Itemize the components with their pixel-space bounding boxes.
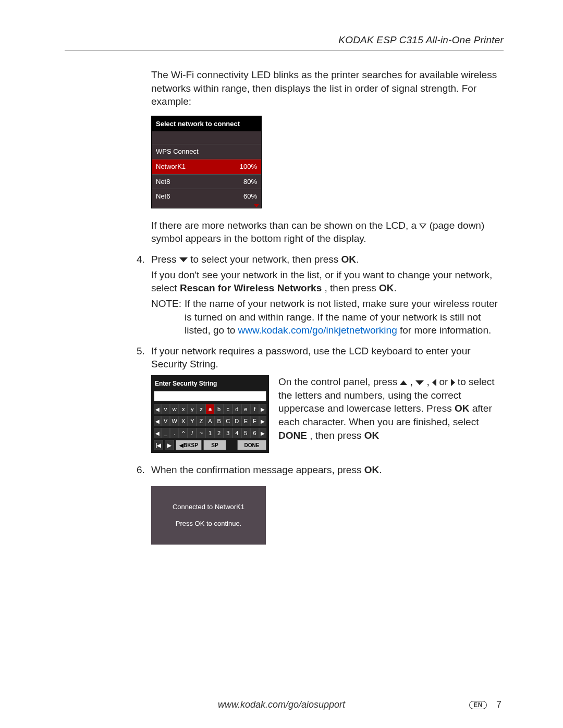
key: V (161, 416, 170, 426)
lcd-kb-input (154, 391, 266, 401)
key: ^ (179, 428, 188, 438)
text: If your network requires a password, use… (151, 346, 471, 370)
left-arrow-icon (432, 379, 436, 386)
right-arrow-icon: ▶ (259, 404, 266, 414)
kb-row-2: ◀ V W X Y Z A B C D E F ▶ (154, 416, 266, 426)
key: W (170, 416, 179, 426)
key: F (250, 416, 259, 426)
key: z (197, 404, 205, 414)
text: , then press (310, 430, 364, 441)
lcd-confirm-line1: Connected to NetworK1 (173, 502, 244, 512)
text: If there are more networks than can be s… (151, 220, 419, 231)
keyboard-side-text: On the control panel, press , , or to se… (278, 375, 504, 442)
lcd-network-title: Select network to connect (152, 116, 261, 132)
key: y (188, 404, 197, 414)
rescan-label: Rescan for Wireless Networks (180, 282, 322, 293)
text: . (379, 464, 382, 475)
page-number: 7 (496, 699, 501, 710)
lcd-scroll-indicator (152, 204, 261, 208)
ok-label: OK (341, 254, 357, 265)
key: _ (161, 428, 170, 438)
left-arrow-icon: ◀ (154, 404, 161, 414)
key: e (241, 404, 250, 414)
bksp-button: ◀BKSP (176, 440, 202, 450)
key: . (170, 428, 179, 438)
page-down-icon (419, 224, 426, 229)
right-arrow-icon (451, 379, 455, 386)
key: Z (197, 416, 205, 426)
kb-row-1: ◀ v w x y z a b c d e f ▶ (154, 404, 266, 414)
next-icon: ▶ (165, 440, 174, 450)
up-arrow-icon (400, 380, 407, 385)
text: or (439, 376, 450, 387)
lcd-row-name: Net6 (156, 192, 170, 201)
sp-button: SP (203, 440, 226, 450)
steps-list: Press to select your network, then press… (151, 253, 504, 545)
lcd-network-list: Select network to connect WPS Connect Ne… (151, 116, 262, 208)
down-arrow-icon (415, 380, 424, 385)
right-arrow-icon: ▶ (259, 416, 266, 426)
key: Y (188, 416, 197, 426)
lcd-row-name: NetworK1 (156, 162, 186, 171)
key: c (224, 404, 232, 414)
key: X (179, 416, 188, 426)
text: for more information. (400, 325, 491, 336)
key: x (179, 404, 188, 414)
footer: www.kodak.com/go/aiosupport EN 7 (0, 699, 563, 710)
text: to select your network, then press (190, 254, 341, 265)
lcd-gap (152, 131, 261, 144)
key: v (161, 404, 170, 414)
networking-link[interactable]: www.kodak.com/go/inkjetnetworking (238, 325, 397, 336)
kb-button-row: |◀ ▶ ◀BKSP SP DONE (154, 440, 266, 450)
key: 1 (205, 428, 214, 438)
note: NOTE: If the name of your network is not… (151, 297, 504, 337)
lcd-confirm-line2: Press OK to continue. (176, 519, 241, 528)
text: . (356, 254, 359, 265)
key: b (215, 404, 224, 414)
header-rule (65, 50, 504, 51)
ok-label: OK (364, 430, 380, 441)
text: , (410, 376, 416, 387)
key: 4 (232, 428, 241, 438)
key: A (205, 416, 214, 426)
key: 6 (250, 428, 259, 438)
key-selected: a (205, 404, 214, 414)
text: . (394, 282, 397, 293)
key: C (224, 416, 232, 426)
text: , (427, 376, 433, 387)
footer-right: EN 7 (469, 699, 501, 710)
step-4: Press to select your network, then press… (151, 253, 504, 337)
down-arrow-icon (179, 257, 188, 262)
intro-paragraph: The Wi-Fi connectivity LED blinks as the… (151, 68, 504, 108)
lcd-confirmation: Connected to NetworK1 Press OK to contin… (151, 486, 266, 545)
body-column: The Wi-Fi connectivity LED blinks as the… (151, 68, 504, 545)
after-lcd-paragraph: If there are more networks than can be s… (151, 219, 504, 245)
ok-label: OK (364, 464, 380, 475)
key: f (250, 404, 259, 414)
lcd-row-name: Net8 (156, 177, 170, 187)
step-5: If your network requires a password, use… (151, 344, 504, 453)
key: / (188, 428, 197, 438)
kb-row-3: ◀ _ . ^ / ~ 1 2 3 4 5 6 ▶ (154, 428, 266, 438)
lcd-keyboard: Enter Security String ◀ v w x y z a b c (151, 375, 269, 453)
key: d (232, 404, 241, 414)
key: 5 (241, 428, 250, 438)
lcd-row: Net8 80% (152, 174, 261, 189)
lcd-row: Net6 60% (152, 189, 261, 204)
key: E (241, 416, 250, 426)
key: 2 (215, 428, 224, 438)
note-body: If the name of your network is not liste… (185, 297, 504, 337)
note-label: NOTE: (151, 297, 181, 337)
done-label: DONE (278, 430, 307, 441)
right-arrow-icon: ▶ (259, 428, 266, 438)
text: Press (151, 254, 179, 265)
done-button: DONE (237, 440, 266, 450)
text: , then press (324, 282, 379, 293)
key: D (232, 416, 241, 426)
lcd-row-selected: NetworK1 100% (152, 159, 261, 174)
page: KODAK ESP C315 All-in-One Printer The Wi… (0, 0, 563, 728)
lang-pill: EN (469, 701, 487, 709)
key: B (215, 416, 224, 426)
lcd-row-signal: 60% (243, 192, 257, 201)
lcd-row-signal: 80% (243, 177, 257, 187)
